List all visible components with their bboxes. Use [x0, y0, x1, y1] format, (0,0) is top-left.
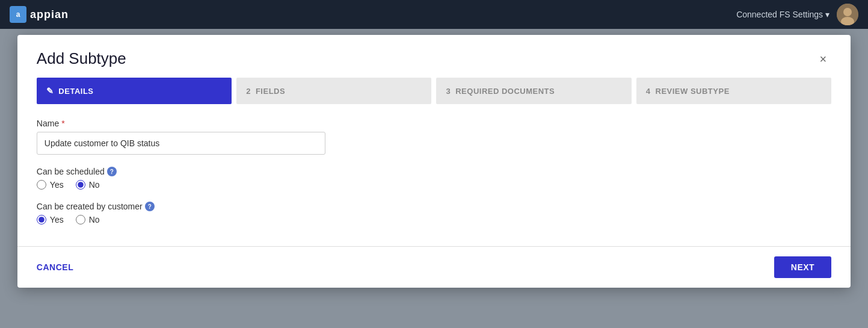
can-be-created-yes-option[interactable]: Yes [37, 215, 64, 224]
name-field-group: Name * [37, 119, 831, 155]
can-be-scheduled-label: Can be scheduled ? [37, 167, 831, 176]
step-required-documents[interactable]: 3 REQUIRED DOCUMENTS [436, 78, 631, 104]
can-be-created-no-option[interactable]: No [76, 215, 100, 224]
step-review-subtype-number: 4 [646, 87, 651, 96]
appian-logo-text: appian [30, 8, 69, 21]
step-details-label: DETAILS [58, 87, 93, 96]
modal-close-button[interactable]: × [814, 51, 831, 67]
can-be-created-group: Can be created by customer ? Yes No [37, 202, 831, 224]
can-be-scheduled-yes-label: Yes [50, 180, 64, 190]
modal-overlay: Add Subtype × ✎ DETAILS 2 FIELDS 3 REQUI… [0, 29, 868, 328]
name-label: Name * [37, 119, 831, 128]
svg-point-1 [843, 8, 852, 16]
can-be-scheduled-no-radio[interactable] [76, 180, 85, 190]
can-be-scheduled-no-option[interactable]: No [76, 180, 100, 190]
can-be-created-radio-group: Yes No [37, 215, 831, 224]
can-be-created-help-icon[interactable]: ? [145, 202, 155, 211]
modal-dialog: Add Subtype × ✎ DETAILS 2 FIELDS 3 REQUI… [17, 35, 851, 288]
can-be-created-yes-radio[interactable] [37, 215, 46, 224]
can-be-created-yes-label: Yes [50, 215, 64, 224]
cancel-button[interactable]: CANCEL [37, 258, 73, 277]
can-be-scheduled-no-label: No [89, 180, 100, 190]
appian-logo-icon: a [10, 6, 26, 23]
appian-logo: a appian [10, 6, 69, 23]
can-be-scheduled-radio-group: Yes No [37, 180, 831, 190]
can-be-created-no-radio[interactable] [76, 215, 85, 224]
name-required-indicator: * [61, 119, 64, 128]
step-details[interactable]: ✎ DETAILS [37, 78, 232, 104]
step-fields-number: 2 [246, 87, 251, 96]
nav-settings-link[interactable]: Connected FS Settings ▾ [736, 10, 830, 19]
can-be-created-no-label: No [89, 215, 100, 224]
can-be-scheduled-yes-radio[interactable] [37, 180, 46, 190]
step-review-subtype[interactable]: 4 REVIEW SUBTYPE [636, 78, 831, 104]
can-be-scheduled-group: Can be scheduled ? Yes No [37, 167, 831, 190]
name-input[interactable] [37, 132, 325, 155]
can-be-scheduled-yes-option[interactable]: Yes [37, 180, 64, 190]
step-fields[interactable]: 2 FIELDS [236, 78, 431, 104]
steps-bar: ✎ DETAILS 2 FIELDS 3 REQUIRED DOCUMENTS … [17, 78, 851, 104]
modal-header: Add Subtype × [17, 35, 851, 78]
modal-title: Add Subtype [37, 49, 126, 68]
top-nav: a appian Connected FS Settings ▾ [0, 0, 868, 29]
modal-footer: CANCEL NEXT [17, 246, 851, 288]
step-review-subtype-label: REVIEW SUBTYPE [656, 87, 730, 96]
can-be-created-label: Can be created by customer ? [37, 202, 831, 211]
step-details-icon: ✎ [46, 86, 54, 96]
can-be-scheduled-help-icon[interactable]: ? [107, 167, 117, 176]
step-required-documents-number: 3 [446, 87, 451, 96]
step-fields-label: FIELDS [256, 87, 285, 96]
avatar[interactable] [837, 4, 858, 25]
step-required-documents-label: REQUIRED DOCUMENTS [455, 87, 555, 96]
nav-right: Connected FS Settings ▾ [736, 4, 858, 25]
modal-body: Name * Can be scheduled ? Yes [17, 119, 851, 246]
next-button[interactable]: NEXT [774, 256, 831, 278]
